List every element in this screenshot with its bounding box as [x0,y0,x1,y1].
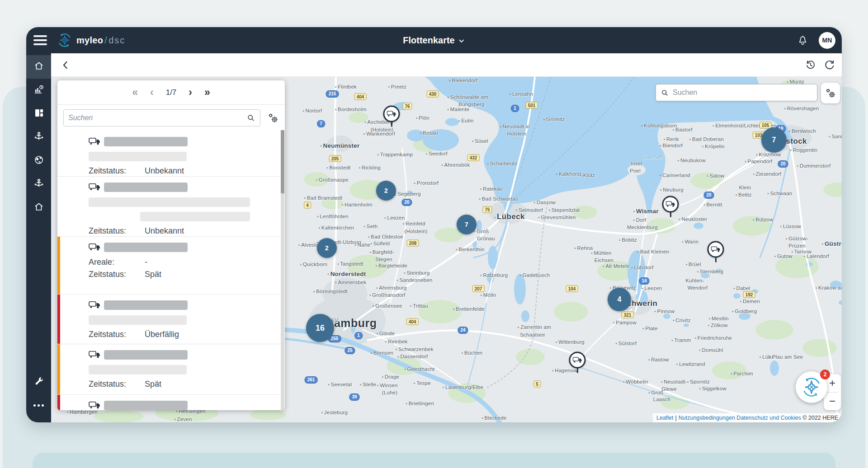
panel-search-box[interactable] [63,109,260,126]
map-settings-button[interactable] [821,83,840,103]
map-label: Roggentin [790,147,817,153]
cluster-marker[interactable]: 4 [608,288,631,311]
terms-link[interactable]: Nutzungsbedingungen [679,415,735,421]
vehicle-list-item[interactable]: Areale:velzen, velzen2 [57,394,285,410]
map-label: Blekendorf [449,78,478,83]
dashboard-icon [33,108,44,120]
refresh-icon[interactable] [824,59,835,71]
map-label: Poel [630,168,641,173]
map-search-input[interactable] [673,89,812,97]
user-avatar[interactable]: MN [819,32,835,49]
map-label: Büchen [462,350,482,356]
map-label: Sternberg [697,269,723,274]
sidebar-item-global[interactable] [26,149,51,173]
pagination-last-button[interactable]: » [204,87,210,98]
map-label: Rehna [575,245,593,251]
vehicle-list-item[interactable]: Zeitstatus:Überfällig [57,294,285,344]
map-label: Brüel [686,262,701,267]
sidebar-item-home[interactable] [26,55,51,79]
map-label: Stegen [375,257,392,262]
road-badge: 20 [778,160,788,168]
road-badge: 404 [406,318,419,325]
map-label: Bleckede [482,415,507,421]
road-badge: 14 [639,277,649,285]
truck-marker[interactable] [383,106,400,122]
list-settings-icon[interactable] [268,112,279,124]
map-label: Salzhaff [642,154,662,159]
toolbar [51,53,842,77]
map-label: Wankendorf [363,131,395,136]
cluster-marker[interactable]: 2 [317,238,337,258]
map-label: Friedrichsruhe [695,335,732,341]
map-label: Reinfeld [403,221,425,226]
map-label: Bornsen [371,350,393,356]
cluster-marker[interactable]: 2 [376,181,396,201]
panel-search-input[interactable] [68,114,246,122]
map-label: Crivitz [673,318,690,323]
chart-clock-icon [33,84,44,97]
map-label: Lalendorf [804,253,829,259]
sidebar-item-more[interactable] [26,393,51,417]
road-badge: 4 [304,202,311,209]
map-label: Neustadt in [500,124,530,129]
map-label: Ahrensburg [376,285,406,290]
map-search-box[interactable] [656,84,817,101]
map-label: Neubukow [678,158,706,163]
sidebar-item-home-2[interactable] [26,196,51,220]
truck-icon [89,301,101,309]
redacted-title-bar [104,183,188,192]
road-badge: 20 [703,192,714,199]
map-label: Trappenkamp [377,152,413,157]
leaflet-link[interactable]: Leaflet [656,415,674,421]
notifications-bell-icon[interactable] [797,34,809,47]
sidebar-item-port-2[interactable] [26,173,51,196]
map-label: Brietlingen [406,401,434,406]
myleo-fab-button[interactable]: 2 [796,371,827,403]
sidebar-item-port[interactable] [26,126,51,149]
history-icon[interactable] [805,59,816,71]
map-label: Ratekau [480,186,503,192]
map-label: Plau am See [769,354,803,360]
hamburger-menu-icon[interactable] [33,35,47,45]
vehicle-list-item[interactable]: Zeitstatus:Unbekannt [57,176,285,236]
vehicle-list-panel: « ‹ 1/7 › » Zeitstatus:UnbekanntZeitstat… [57,80,285,410]
map-label: Trittau [410,303,428,309]
vehicle-list-item[interactable]: Zeitstatus:Unbekannt [57,131,285,176]
sidebar-item-tools[interactable] [26,370,51,393]
vehicle-list-item[interactable]: Areale:-Zeitstatus:Spät [57,236,285,294]
pagination-next-button[interactable]: › [189,87,192,98]
sidebar-item-statistics[interactable] [26,79,51,102]
road-badge: 430 [427,91,439,98]
road-badge: 104 [566,285,578,292]
cluster-marker[interactable]: 7 [761,127,787,153]
map-label: Kröpelin [702,144,725,149]
back-chevron-icon[interactable] [60,60,71,70]
map-label: Seevetal [328,382,352,387]
truck-marker[interactable] [569,352,586,369]
map-label: Bargfeld- [370,249,394,255]
map-label: Tespe [414,380,431,386]
truck-marker[interactable] [708,241,724,258]
background-card [33,453,835,468]
map-label: Leezen [642,285,662,291]
redacted-title-bar [104,137,188,146]
map[interactable]: FlintbekPreetzBlekendorfSchönwalde amBun… [51,77,842,422]
map-label: Lübeck [494,212,525,221]
privacy-link[interactable]: Datenschutz und Cookies [736,415,801,421]
map-label: Sülstorf [616,341,637,346]
sidebar-item-dashboard[interactable] [26,102,51,126]
zoom-out-button[interactable]: − [824,393,841,411]
truck-marker[interactable] [662,196,679,213]
scrollbar-thumb[interactable] [281,130,284,193]
cluster-marker[interactable]: 16 [306,314,334,342]
map-label: Bastorf [673,127,693,132]
pagination-first-button[interactable]: « [132,87,138,98]
vehicle-list-item[interactable]: Zeitstatus:Spät [57,344,285,394]
page-title-dropdown[interactable]: Flottenkarte [403,35,465,46]
field-zeitstatus: Zeitstatus:Unbekannt [89,166,278,176]
map-label: Schwarzenbek [396,346,434,352]
map-label: Bad Doberan [689,136,724,142]
cluster-marker[interactable]: 7 [457,215,476,234]
map-label: Grömitz [543,117,565,122]
pagination-prev-button[interactable]: ‹ [150,87,154,98]
